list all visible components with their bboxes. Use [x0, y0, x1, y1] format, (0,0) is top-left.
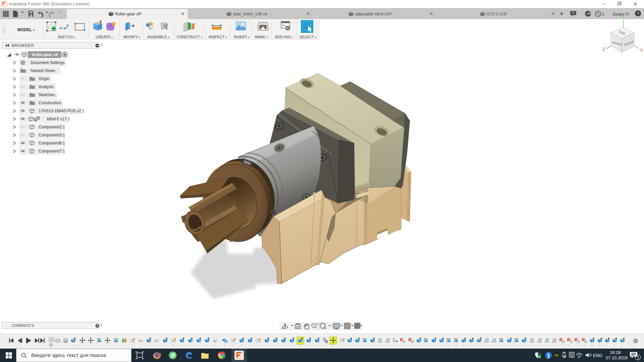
svg-text:Component7:1: Component7:1 [39, 149, 65, 154]
svg-text:X: X [640, 47, 643, 52]
svg-text:Component6:1: Component6:1 [39, 141, 65, 145]
svg-text:blind-5 v17:1: blind-5 v17:1 [47, 117, 70, 121]
svg-text:Named Views: Named Views [31, 68, 55, 73]
svg-text:Y: Y [622, 14, 625, 19]
svg-text:Component2:1: Component2:1 [39, 125, 65, 129]
svg-text:Sketches: Sketches [39, 93, 55, 97]
svg-text:Analysis: Analysis [39, 84, 54, 89]
svg-text:Z: Z [602, 47, 605, 52]
svg-text:Component3:1: Component3:1 [39, 133, 65, 137]
svg-text:1: 1 [637, 355, 640, 360]
svg-text:17HS15-1684S-PG5 v2:1: 17HS15-1684S-PG5 v2:1 [39, 109, 84, 113]
svg-text:Construction: Construction [39, 101, 61, 105]
svg-text:Roller-gear v9: Roller-gear v9 [32, 53, 58, 57]
svg-text:Origin: Origin [39, 76, 49, 81]
svg-text:Document Settings: Document Settings [31, 60, 64, 65]
